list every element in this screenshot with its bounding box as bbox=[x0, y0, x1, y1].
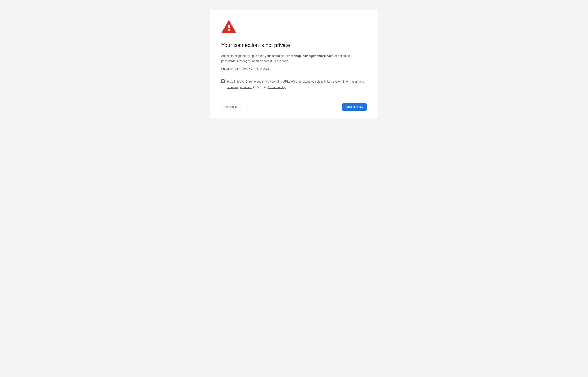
optin-text: Help improve Chrome security by sending … bbox=[227, 79, 367, 90]
optin-row: Help improve Chrome security by sending … bbox=[221, 79, 367, 90]
description-prefix: Attackers might be trying to steal your … bbox=[221, 54, 294, 58]
privacy-policy-link[interactable]: Privacy policy bbox=[268, 86, 286, 89]
optin-checkbox[interactable] bbox=[221, 80, 225, 83]
optin-middle: to Google. bbox=[252, 86, 268, 89]
description-domain: shop.indiangardenfarms.net bbox=[294, 54, 333, 58]
ssl-warning-card: Your connection is not private Attackers… bbox=[210, 10, 378, 119]
warning-description: Attackers might be trying to steal your … bbox=[221, 53, 367, 64]
advanced-button[interactable]: Advanced bbox=[221, 103, 241, 111]
svg-rect-1 bbox=[228, 25, 229, 28]
button-row: Advanced Back to safety bbox=[221, 103, 367, 111]
optin-checkbox-wrap bbox=[221, 79, 225, 83]
back-to-safety-button[interactable]: Back to safety bbox=[342, 103, 367, 111]
warning-triangle-icon bbox=[221, 20, 367, 34]
svg-rect-2 bbox=[228, 29, 229, 31]
optin-prefix: Help improve Chrome security by sending bbox=[227, 80, 283, 83]
learn-more-link[interactable]: Learn more bbox=[274, 59, 288, 63]
error-code: NET::ERR_CERT_AUTHORITY_INVALID bbox=[221, 67, 367, 70]
warning-heading: Your connection is not private bbox=[221, 42, 367, 49]
